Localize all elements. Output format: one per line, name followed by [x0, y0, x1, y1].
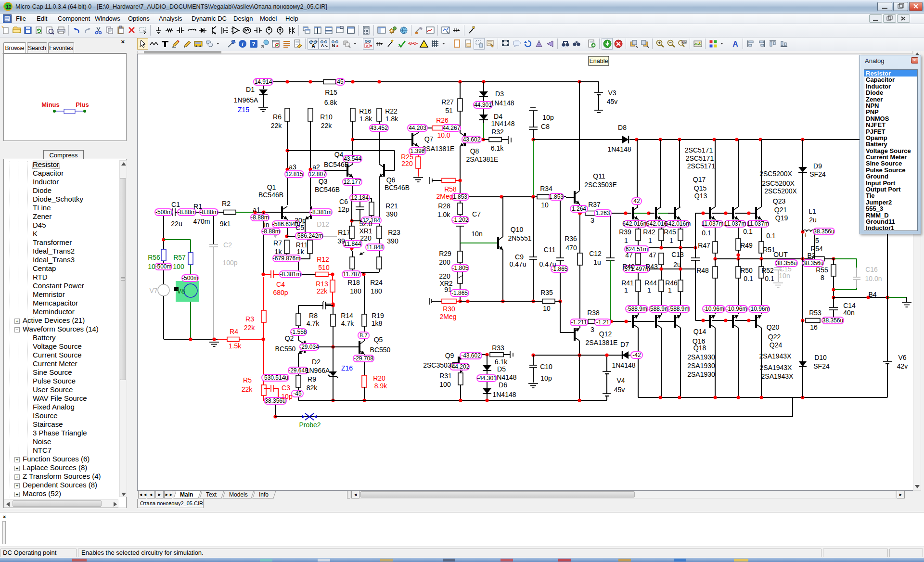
svg-text:Enable: Enable: [590, 58, 608, 64]
svg-text:R28: R28: [438, 202, 450, 210]
svg-text:1N4148: 1N4148: [490, 99, 514, 107]
svg-text:-45: -45: [293, 390, 302, 397]
svg-text:C8: C8: [541, 123, 550, 130]
svg-text:12.184: 12.184: [351, 194, 369, 201]
svg-text:V6: V6: [898, 354, 906, 361]
svg-text:2SC5200X: 2SC5200X: [759, 170, 792, 178]
svg-text:2SC5171: 2SC5171: [685, 146, 713, 154]
svg-text:1: 1: [668, 286, 672, 294]
svg-text:470m: 470m: [193, 217, 210, 225]
svg-text:R16: R16: [359, 107, 372, 115]
svg-text:11.848: 11.848: [366, 244, 384, 251]
svg-text:220: 220: [439, 272, 450, 280]
svg-text:40n: 40n: [843, 309, 854, 317]
svg-text:16: 16: [810, 323, 818, 331]
svg-text:510: 510: [318, 264, 330, 271]
svg-text:38.356u: 38.356u: [822, 317, 843, 324]
svg-text:Q11: Q11: [593, 172, 605, 180]
svg-text:a1: a1: [253, 206, 260, 214]
svg-text:-42: -42: [632, 352, 641, 358]
svg-text:Q9: Q9: [445, 352, 454, 359]
svg-text:Q4: Q4: [334, 151, 344, 158]
svg-text:Q3: Q3: [319, 178, 328, 185]
svg-text:100: 100: [439, 381, 451, 388]
svg-text:642.016m: 642.016m: [665, 220, 691, 227]
svg-text:R4: R4: [230, 328, 238, 335]
svg-text:3: 3: [590, 326, 594, 333]
svg-text:C6: C6: [339, 198, 348, 205]
svg-text:N4148: N4148: [497, 373, 516, 381]
svg-text:1N4148: 1N4148: [607, 145, 631, 153]
svg-text:R5: R5: [243, 376, 252, 384]
svg-text:44.203: 44.203: [409, 125, 426, 131]
svg-text:2SA1930: 2SA1930: [687, 353, 715, 361]
svg-text:45: 45: [337, 78, 344, 85]
svg-text:Q21: Q21: [774, 206, 787, 214]
svg-text:1k: 1k: [275, 248, 282, 255]
svg-text:R22: R22: [385, 107, 398, 115]
svg-text:2SC3503E: 2SC3503E: [423, 361, 456, 369]
svg-text:R58: R58: [444, 185, 457, 193]
svg-text:-8.381m: -8.381m: [280, 271, 301, 278]
svg-text:42: 42: [633, 198, 640, 204]
svg-text:2SA1943X: 2SA1943X: [761, 372, 794, 380]
svg-text:BC546B: BC546B: [258, 191, 283, 199]
svg-text:R26: R26: [436, 116, 449, 124]
svg-text:44.267: 44.267: [443, 125, 461, 131]
svg-text:R27: R27: [441, 98, 454, 106]
svg-text:R52: R52: [761, 267, 774, 274]
svg-text:Q8: Q8: [470, 147, 479, 155]
svg-text:1: 1: [624, 237, 628, 244]
svg-text:Q18: Q18: [693, 344, 706, 352]
svg-text:C4: C4: [276, 281, 285, 288]
svg-text:R8: R8: [309, 312, 318, 319]
svg-text:1k: 1k: [297, 248, 305, 255]
svg-text:Q14: Q14: [693, 328, 706, 335]
svg-text:20p: 20p: [295, 217, 306, 224]
svg-text:1k8: 1k8: [372, 319, 383, 327]
svg-text:12.807: 12.807: [308, 171, 326, 178]
svg-text:L1: L1: [808, 207, 816, 215]
svg-text:-10.96m: -10.96m: [703, 306, 724, 312]
svg-text:6.8k: 6.8k: [324, 99, 337, 106]
svg-text:10n: 10n: [779, 272, 790, 280]
svg-text:R30: R30: [443, 305, 455, 313]
svg-text:12.177: 12.177: [344, 179, 361, 185]
svg-text:6.1k: 6.1k: [495, 358, 508, 366]
svg-text:C5: C5: [295, 224, 304, 231]
svg-text:2SC5171: 2SC5171: [687, 162, 716, 170]
svg-text:11.037m: 11.037m: [702, 220, 724, 227]
svg-text:-1.211: -1.211: [571, 319, 587, 326]
svg-text:0.1: 0.1: [766, 232, 776, 240]
svg-text:R40: R40: [622, 263, 635, 270]
svg-text:82k: 82k: [307, 384, 318, 392]
svg-text:5: 5: [815, 237, 819, 244]
svg-text:10p: 10p: [281, 393, 293, 400]
svg-text:2SC5200X: 2SC5200X: [764, 187, 797, 195]
svg-text:52.0: 52.0: [359, 220, 372, 228]
svg-text:D9: D9: [813, 162, 822, 170]
svg-text:2SA1381E: 2SA1381E: [466, 155, 499, 163]
svg-text:470: 470: [565, 244, 577, 252]
svg-text:1.853: 1.853: [549, 193, 564, 200]
svg-text:2Meg: 2Meg: [436, 192, 453, 200]
svg-text:R53: R53: [809, 309, 821, 317]
svg-text:1: 1: [648, 237, 652, 244]
svg-text:R17: R17: [338, 229, 350, 236]
svg-text:A: A: [311, 43, 315, 49]
svg-text:R39: R39: [619, 228, 631, 236]
svg-text:a3: a3: [289, 163, 296, 171]
svg-text:?: ?: [252, 41, 255, 48]
svg-text:R44: R44: [644, 279, 657, 287]
svg-text:D5: D5: [497, 365, 506, 373]
svg-text:22k: 22k: [242, 385, 253, 393]
svg-text:R31: R31: [439, 372, 452, 380]
svg-text:1: 1: [647, 286, 651, 294]
svg-text:10p: 10p: [540, 374, 552, 382]
svg-text:642.016m: 642.016m: [622, 220, 648, 227]
svg-text:2SA1930: 2SA1930: [687, 362, 715, 370]
svg-text:22k: 22k: [271, 122, 282, 129]
svg-text:10n: 10n: [471, 230, 482, 238]
svg-text:-500m: -500m: [182, 275, 198, 281]
svg-text:R20: R20: [373, 374, 385, 382]
